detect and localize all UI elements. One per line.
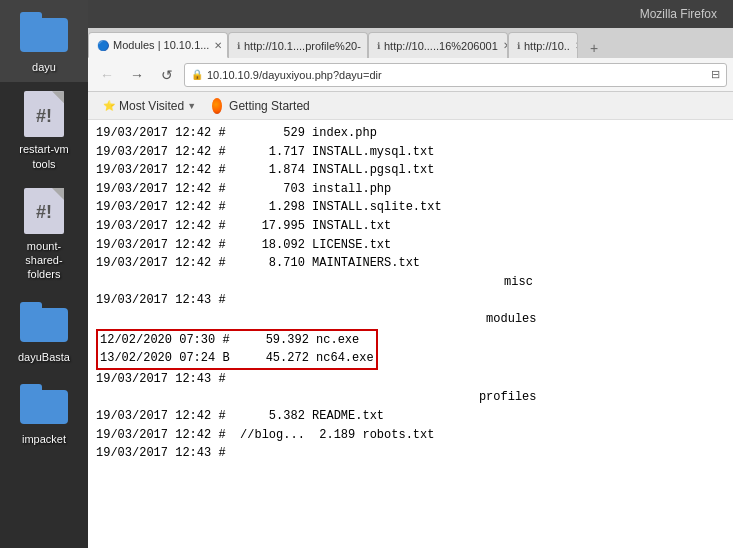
- window-title: Mozilla Firefox: [88, 7, 725, 21]
- desktop-icon-label-dayu: dayu: [32, 60, 56, 74]
- back-button[interactable]: ←: [94, 62, 120, 88]
- reload-button[interactable]: ↺: [154, 62, 180, 88]
- security-icon: 🔒: [191, 69, 203, 80]
- dir-line-nc-exe: 12/02/2020 07:30 # 59.392 nc.exe: [100, 331, 374, 350]
- bookmarks-bar: ⭐ Most Visited ▼ Getting Started: [88, 92, 733, 120]
- dir-line-1: 19/03/2017 12:42 # 529 index.php: [96, 124, 725, 143]
- dir-line-2: 19/03/2017 12:42 # 1.717 INSTALL.mysql.t…: [96, 143, 725, 162]
- desktop-icon-label-mount-shared: mount- shared- folders: [25, 239, 62, 282]
- dir-line-9: 19/03/2017 12:43 #: [96, 291, 725, 310]
- dir-misc-label: misc: [96, 273, 725, 292]
- dir-profiles-label: profiles: [96, 388, 725, 407]
- desktop-icon-dayu[interactable]: dayu: [0, 0, 88, 82]
- desktop-icon-mount-shared[interactable]: #! mount- shared- folders: [0, 179, 88, 290]
- tab-bar: 🔵 Modules | 10.10.1... ✕ ℹ http://10.1..…: [88, 28, 733, 58]
- desktop-icon-dayubasta[interactable]: dayuBasta: [0, 290, 88, 372]
- bookmark-getting-started-label: Getting Started: [229, 99, 310, 113]
- highlighted-files-box: 12/02/2020 07:30 # 59.392 nc.exe 13/02/2…: [96, 329, 378, 370]
- dir-line-10: 19/03/2017 12:43 #: [96, 370, 725, 389]
- tab-label-1: Modules | 10.10.1...: [113, 39, 209, 51]
- tab-label-4: http://10..: [524, 40, 570, 52]
- dir-line-6: 19/03/2017 12:42 # 17.995 INSTALL.txt: [96, 217, 725, 236]
- directory-listing: 19/03/2017 12:42 # 529 index.php 19/03/2…: [96, 124, 725, 463]
- tab-favicon-4: ℹ: [517, 39, 520, 53]
- bookmark-most-visited-label: Most Visited: [119, 99, 184, 113]
- chevron-down-icon: ▼: [187, 101, 196, 111]
- bookmark-getting-started[interactable]: Getting Started: [206, 97, 316, 115]
- desktop-icon-label-dayubasta: dayuBasta: [18, 350, 70, 364]
- dir-line-3: 19/03/2017 12:42 # 1.874 INSTALL.pgsql.t…: [96, 161, 725, 180]
- desktop-icon-label-impacket: impacket: [22, 432, 66, 446]
- url-text: 10.10.10.9/dayuxiyou.php?dayu=dir: [207, 69, 382, 81]
- most-visited-icon: ⭐: [102, 99, 116, 113]
- browser-tab-2[interactable]: ℹ http://10.1....profile%20- ✕: [228, 32, 368, 58]
- reader-mode-icon: ⊟: [711, 68, 720, 81]
- new-tab-button[interactable]: +: [582, 38, 606, 58]
- forward-button[interactable]: →: [124, 62, 150, 88]
- dir-modules-label: modules: [96, 310, 725, 329]
- desktop-icon-label-restart-vm: restart-vm tools: [19, 142, 69, 171]
- tab-label-2: http://10.1....profile%20-: [244, 40, 361, 52]
- dir-line-nc64-exe: 13/02/2020 07:24 B 45.272 nc64.exe: [100, 349, 374, 368]
- browser-tab-4[interactable]: ℹ http://10.. ✕: [508, 32, 578, 58]
- dir-line-4: 19/03/2017 12:42 # 703 install.php: [96, 180, 725, 199]
- dir-line-7: 19/03/2017 12:42 # 18.092 LICENSE.txt: [96, 236, 725, 255]
- browser-window: Mozilla Firefox 🔵 Modules | 10.10.1... ✕…: [88, 0, 733, 548]
- nav-bar: ← → ↺ 🔒 10.10.10.9/dayuxiyou.php?dayu=di…: [88, 58, 733, 92]
- browser-tab-3[interactable]: ℹ http://10.....16%206001 ✕: [368, 32, 508, 58]
- tab-close-1[interactable]: ✕: [214, 40, 222, 51]
- page-content: 19/03/2017 12:42 # 529 index.php 19/03/2…: [88, 120, 733, 548]
- bookmark-most-visited[interactable]: ⭐ Most Visited ▼: [96, 97, 202, 115]
- tab-favicon-3: ℹ: [377, 39, 380, 53]
- desktop-sidebar: dayu #! restart-vm tools #! mount- share…: [0, 0, 88, 548]
- tab-label-3: http://10.....16%206001: [384, 40, 498, 52]
- tab-close-4[interactable]: ✕: [575, 40, 578, 51]
- url-bar[interactable]: 🔒 10.10.10.9/dayuxiyou.php?dayu=dir ⊟: [184, 63, 727, 87]
- firefox-icon: [212, 99, 226, 113]
- dir-line-5: 19/03/2017 12:42 # 1.298 INSTALL.sqlite.…: [96, 198, 725, 217]
- dir-line-13: 19/03/2017 12:43 #: [96, 444, 725, 463]
- title-bar: Mozilla Firefox: [88, 0, 733, 28]
- desktop-icon-restart-vm[interactable]: #! restart-vm tools: [0, 82, 88, 179]
- dir-line-12: 19/03/2017 12:42 # //blog... 2.189 robot…: [96, 426, 725, 445]
- browser-tab-1[interactable]: 🔵 Modules | 10.10.1... ✕: [88, 32, 228, 58]
- tab-favicon-1: 🔵: [97, 38, 109, 52]
- dir-line-8: 19/03/2017 12:42 # 8.710 MAINTAINERS.txt: [96, 254, 725, 273]
- desktop-icon-impacket[interactable]: impacket: [0, 372, 88, 454]
- tab-favicon-2: ℹ: [237, 39, 240, 53]
- dir-line-11: 19/03/2017 12:42 # 5.382 README.txt: [96, 407, 725, 426]
